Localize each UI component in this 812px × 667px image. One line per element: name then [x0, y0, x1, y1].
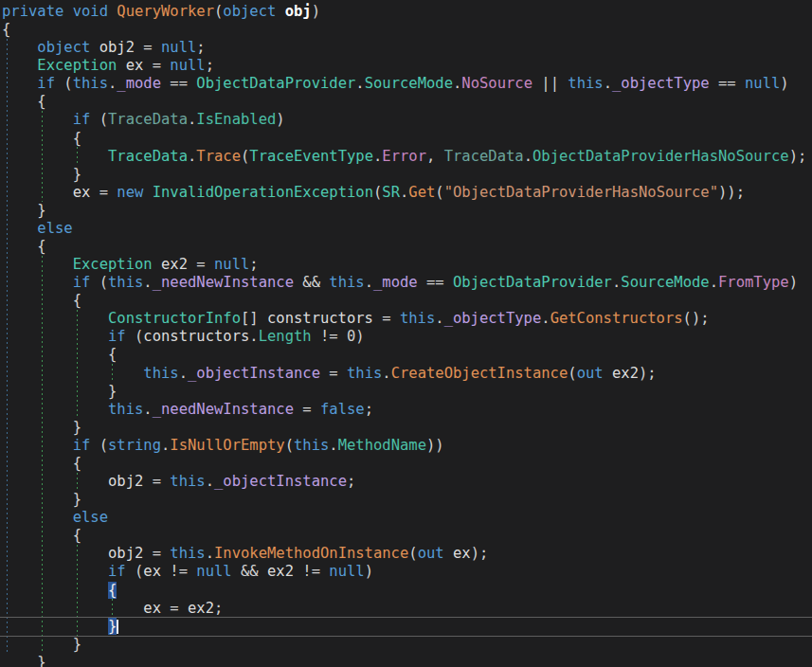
- code-line[interactable]: {: [0, 582, 806, 600]
- code-token-kw[interactable]: void: [73, 3, 108, 20]
- code-token-kw[interactable]: if: [108, 328, 126, 345]
- code-token-pln[interactable]: ): [312, 3, 320, 20]
- code-token-kw[interactable]: else: [73, 509, 108, 526]
- code-token-fld[interactable]: _objectInstance: [188, 365, 320, 382]
- code-token-loc[interactable]: constructors: [267, 310, 373, 327]
- code-token-fld[interactable]: _mode: [117, 75, 161, 92]
- code-token-loc[interactable]: ex: [73, 184, 91, 201]
- code-token-fld[interactable]: _mode: [373, 274, 418, 291]
- code-token-loc[interactable]: ex2: [161, 256, 188, 273]
- code-token-pln[interactable]: .: [524, 148, 532, 165]
- code-line[interactable]: {: [0, 527, 806, 545]
- code-line[interactable]: {: [0, 21, 806, 39]
- code-token-mem[interactable]: IsEnabled: [196, 111, 276, 128]
- code-token-pln[interactable]: (: [241, 148, 249, 165]
- code-token-loc[interactable]: ex2: [612, 365, 639, 382]
- code-token-kw[interactable]: null: [214, 256, 249, 273]
- code-token-pln[interactable]: .: [143, 401, 152, 418]
- code-token-pln[interactable]: ();: [683, 310, 710, 327]
- code-token-mem[interactable]: Length: [259, 328, 312, 345]
- code-line[interactable]: if (ex != null && ex2 != null): [0, 563, 806, 581]
- code-token-ty[interactable]: SR: [382, 184, 400, 201]
- code-token-pln[interactable]: [604, 365, 612, 382]
- code-token-kw[interactable]: null: [161, 39, 196, 56]
- code-token-pln[interactable]: ;: [365, 401, 373, 418]
- code-token-ty[interactable]: ObjectDataProvider: [196, 75, 355, 92]
- code-token-loc[interactable]: ex2: [188, 600, 214, 617]
- code-token-pln[interactable]: [2, 148, 108, 165]
- code-token-pln[interactable]: )): [426, 437, 444, 454]
- code-token-pln[interactable]: ): [365, 563, 373, 580]
- code-token-pln[interactable]: .: [355, 75, 364, 92]
- code-token-pln[interactable]: }: [2, 491, 81, 508]
- code-token-pln[interactable]: (: [55, 75, 73, 92]
- code-token-pln[interactable]: ==: [161, 75, 196, 92]
- code-token-kw[interactable]: object: [223, 3, 276, 20]
- code-line[interactable]: object obj2 = null;: [0, 39, 806, 57]
- code-line[interactable]: }: [0, 419, 806, 437]
- code-token-fld[interactable]: _objectType: [612, 75, 710, 92]
- code-token-pln[interactable]: [143, 184, 152, 201]
- code-token-pln[interactable]: [63, 3, 72, 20]
- code-token-fld[interactable]: _needNewInstance: [153, 274, 294, 291]
- code-token-mth[interactable]: CreateObjectInstance: [391, 365, 568, 382]
- code-token-pln[interactable]: [276, 3, 284, 20]
- code-line[interactable]: {: [0, 93, 806, 111]
- code-token-fld[interactable]: _objectInstance: [214, 473, 347, 490]
- code-token-pln[interactable]: ,: [426, 148, 444, 165]
- code-token-pln[interactable]: .: [143, 274, 152, 291]
- code-token-kw[interactable]: private: [2, 3, 63, 20]
- code-token-loc[interactable]: ex: [126, 57, 144, 74]
- code-token-pln[interactable]: (: [373, 184, 382, 201]
- code-token-pln[interactable]: [2, 618, 108, 635]
- code-token-tym[interactable]: TraceData: [444, 148, 524, 165]
- code-token-mem[interactable]: MethodName: [338, 437, 426, 454]
- code-token-kw[interactable]: null: [170, 57, 205, 74]
- code-token-loc[interactable]: constructors: [143, 328, 249, 345]
- code-token-pln[interactable]: [2, 509, 73, 526]
- code-token-pln[interactable]: &&: [232, 563, 267, 580]
- code-token-kw[interactable]: out: [418, 545, 444, 562]
- code-line[interactable]: Exception ex2 = null;: [0, 256, 806, 274]
- code-token-pln[interactable]: .: [435, 310, 443, 327]
- code-line[interactable]: this._needNewInstance = false;: [0, 401, 806, 419]
- code-token-kw[interactable]: if: [73, 437, 91, 454]
- code-token-enm[interactable]: NoSource: [461, 75, 532, 92]
- code-line[interactable]: ex = new InvalidOperationException(SR.Ge…: [0, 184, 806, 202]
- code-token-mth[interactable]: InvokeMethodOnInstance: [214, 545, 408, 562]
- code-token-loc[interactable]: obj2: [99, 39, 135, 56]
- code-token-kw[interactable]: this: [143, 365, 178, 382]
- code-token-kw[interactable]: this: [568, 75, 603, 92]
- code-token-pln[interactable]: [2, 600, 143, 617]
- code-token-pln[interactable]: .: [453, 75, 461, 92]
- code-token-fld[interactable]: _needNewInstance: [153, 401, 294, 418]
- code-token-kw[interactable]: if: [73, 274, 91, 291]
- code-token-loc[interactable]: ex2: [267, 563, 294, 580]
- code-token-pln[interactable]: =: [294, 401, 320, 418]
- code-token-pln[interactable]: ;: [206, 57, 214, 74]
- code-token-pln[interactable]: =: [135, 39, 161, 56]
- code-token-pln[interactable]: =: [143, 545, 170, 562]
- code-token-kw[interactable]: this: [294, 437, 329, 454]
- code-line[interactable]: {: [0, 346, 806, 364]
- code-token-pln[interactable]: [2, 274, 73, 291]
- code-token-enm[interactable]: FromType: [718, 274, 789, 291]
- code-token-pln[interactable]: {: [2, 292, 81, 309]
- code-line[interactable]: if (constructors.Length != 0): [0, 328, 806, 346]
- code-token-pln[interactable]: (: [568, 365, 576, 382]
- code-token-pln[interactable]: [108, 3, 117, 20]
- code-line[interactable]: Exception ex = null;: [0, 57, 806, 75]
- code-token-brh[interactable]: }: [108, 618, 117, 635]
- code-token-ty[interactable]: Exception: [73, 256, 153, 273]
- code-line[interactable]: if (string.IsNullOrEmpty(this.MethodName…: [0, 437, 806, 455]
- code-token-pln[interactable]: =: [161, 600, 188, 617]
- code-token-pln[interactable]: .: [161, 437, 170, 454]
- code-token-kw[interactable]: object: [37, 39, 90, 56]
- code-token-pln[interactable]: ): [355, 328, 364, 345]
- code-token-pln[interactable]: ): [789, 274, 798, 291]
- code-line[interactable]: {: [0, 238, 806, 256]
- code-token-pln[interactable]: .: [400, 184, 408, 201]
- code-line[interactable]: {: [0, 130, 806, 148]
- code-line[interactable]: TraceData.Trace(TraceEventType.Error, Tr…: [0, 148, 806, 166]
- code-token-kw[interactable]: this: [170, 473, 205, 490]
